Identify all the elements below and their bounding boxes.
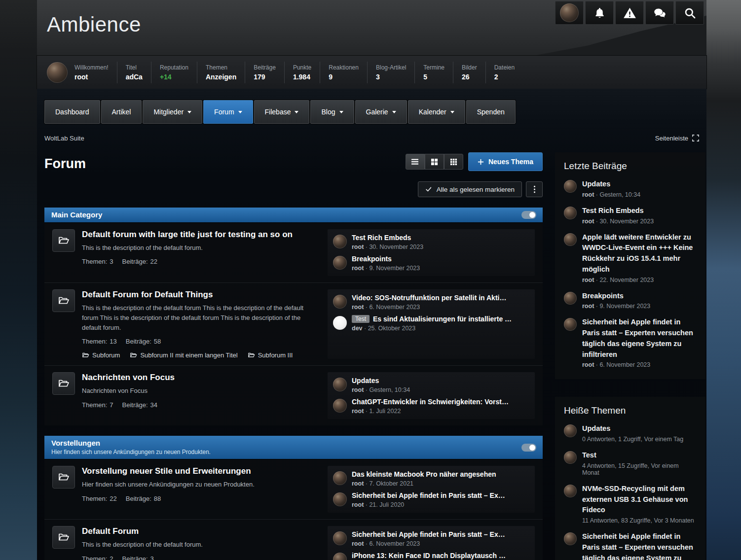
username[interactable]: root [74,73,109,81]
category-title[interactable]: Main Category [51,210,536,219]
category-collapse-toggle[interactable] [521,444,536,452]
more-options-button[interactable] [526,181,543,197]
post-author-avatar[interactable] [564,424,577,437]
latest-post-title[interactable]: Breakpoints [352,255,529,263]
latest-post-title[interactable]: Updates [352,377,529,385]
post-author-avatar[interactable] [564,233,577,246]
conversations-button[interactable] [645,1,674,25]
sidebar-post-title[interactable]: Test Rich Embeds [582,206,654,216]
site-logo-title[interactable]: Ambience [47,13,141,36]
stat-themen: Themen Anzeigen [197,62,245,83]
category-main-category: Main Category Default forum with large t… [44,208,543,425]
nav-artikel[interactable]: Artikel [101,100,142,124]
sidebar-post-title[interactable]: Breakpoints [582,291,650,302]
forum-title-link[interactable]: Vorstellung neuer Stile und Erweiterunge… [82,466,321,476]
folder-button[interactable] [52,229,75,252]
forum-title-link[interactable]: Default forum with large title just for … [82,230,321,240]
latest-post-title[interactable]: Video: SOS-Notruffunktion per Satellit i… [352,294,529,302]
notifications-button[interactable] [585,1,614,25]
latest-post-meta: root1. Juli 2022 [352,408,529,415]
subforum-link[interactable]: Subforum [82,351,120,359]
forum-title-link[interactable]: Nachrichten von Focus [82,373,321,383]
wallpaper-left-strip [0,0,37,560]
list-view-button[interactable] [406,154,425,170]
mark-all-read-button[interactable]: Alle als gelesen markieren [418,181,522,197]
sidebar-post-title[interactable]: Updates [582,179,640,190]
post-author-avatar[interactable] [564,485,577,497]
user-avatar-icon [560,3,579,22]
sidebar-toggle-button[interactable]: Seitenleiste [655,135,699,142]
nav-forum[interactable]: Forum [203,100,253,124]
post-author-avatar[interactable] [564,318,577,331]
post-author-avatar[interactable] [333,316,347,330]
subforum-link[interactable]: Subforum III [248,351,293,359]
page-title: Forum [44,156,86,172]
post-author-avatar[interactable] [564,451,577,464]
folder-button[interactable] [52,289,75,312]
post-author-avatar[interactable] [333,492,347,506]
latest-posts-box: Das kleinste Macbook Pro näher angesehen… [328,466,535,513]
forum-description: This is the description of the default f… [82,540,321,550]
post-author-avatar[interactable] [333,553,347,560]
moderation-button[interactable] [615,1,644,25]
forum-title-link[interactable]: Default Forum for Default Things [82,290,321,300]
latest-post: TestEs sind Aktualisierungen für install… [333,315,529,332]
subforum-link[interactable]: Subforum II mit einem langen Titel [130,351,237,359]
category-title[interactable]: Vorstellungen [51,439,536,447]
nav-galerie[interactable]: Galerie [355,100,407,124]
page-header: Forum [44,152,543,172]
post-author-avatar[interactable] [333,531,347,545]
folder-button[interactable] [52,466,75,489]
post-author-avatar[interactable] [333,256,347,270]
new-topic-button[interactable]: Neues Thema [468,152,543,171]
sidebar-topic-title[interactable]: Sicherheit bei Apple findet in Paris sta… [582,531,697,560]
user-menu-button[interactable] [555,1,584,25]
post-author-avatar[interactable] [564,532,577,545]
nav-spenden[interactable]: Spenden [466,100,516,124]
latest-post-title[interactable]: ChatGPT-Entwickler in Schwierigkeiten: V… [352,398,529,406]
folder-button[interactable] [52,372,75,395]
nav-dashboard[interactable]: Dashboard [44,100,100,124]
post-author-avatar[interactable] [564,180,577,193]
user-stats-bar: Willkommen! root Titel adCa Reputation +… [37,56,706,89]
stat-bilder: Bilder 26 [453,62,485,83]
forum-title-link[interactable]: Default Forum [82,526,321,536]
sidebar-post-title[interactable]: Apple lädt weitere Entwickler zu WWDC-Li… [582,232,697,275]
nav-kalender[interactable]: Kalender [408,100,465,124]
post-author-avatar[interactable] [333,235,347,248]
sidebar-post-title[interactable]: Sicherheit bei Apple findet in Paris sta… [582,317,697,360]
sidebar-topic-title[interactable]: Test [582,450,697,461]
nav-filebase[interactable]: Filebase [254,100,310,124]
latest-post-title[interactable]: Das kleinste Macbook Pro näher angesehen [352,470,529,478]
latest-post: Video: SOS-Notruffunktion per Satellit i… [333,294,529,311]
post-author-avatar[interactable] [333,295,347,309]
latest-post-title[interactable]: iPhone 13: Kein Face ID nach Displaytaus… [352,552,529,560]
post-author-avatar[interactable] [564,207,577,219]
nav-blog[interactable]: Blog [310,100,354,124]
breadcrumb[interactable]: WoltLab Suite [44,135,84,142]
folder-open-icon [58,235,70,246]
compact-grid-view-button[interactable] [444,154,463,170]
category-collapse-toggle[interactable] [521,211,536,219]
latest-post: Test Rich Embeds root30. November 2023 [333,234,529,250]
nav-mitglieder[interactable]: Mitglieder [143,100,202,124]
sidebar-topic-title[interactable]: Updates [582,423,683,434]
post-author-avatar[interactable] [333,378,347,391]
post-author-avatar[interactable] [564,292,577,305]
folder-open-icon [82,351,89,359]
folder-button[interactable] [52,526,75,549]
list-view-icon [411,158,419,166]
folder-open-icon [58,531,70,543]
category-body: Default forum with large title just for … [44,222,543,425]
post-author-avatar[interactable] [333,399,347,413]
latest-post-title[interactable]: Sicherheit bei Apple findet in Paris sta… [352,530,529,538]
user-avatar[interactable] [47,62,68,83]
latest-post-title[interactable]: TestEs sind Aktualisierungen für install… [352,315,529,323]
latest-post: ChatGPT-Entwickler in Schwierigkeiten: V… [333,398,529,415]
search-button[interactable] [675,1,704,25]
grid-view-button[interactable] [425,154,444,170]
post-author-avatar[interactable] [333,471,347,485]
latest-post-title[interactable]: Test Rich Embeds [352,234,529,242]
latest-post-title[interactable]: Sicherheit bei Apple findet in Paris sta… [352,491,529,499]
sidebar-topic-title[interactable]: NVMe-SSD-Recycling mit dem externen USB … [582,484,697,516]
